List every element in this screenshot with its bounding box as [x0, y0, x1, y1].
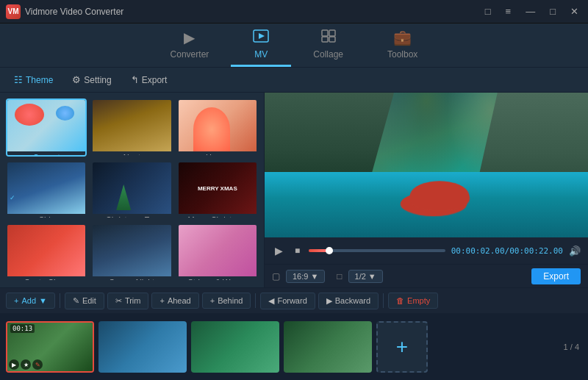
timeline: 00:13 ▶ ★ ✎ + 1 / 4 [0, 314, 588, 380]
clip-play-button[interactable]: ▶ [9, 359, 19, 370]
clip-4-thumbnail [284, 321, 372, 373]
clip-3-frame[interactable] [191, 321, 279, 373]
theme-current[interactable]: Current [6, 98, 87, 157]
menu-icon[interactable]: ≡ [502, 4, 515, 18]
clip-star-button[interactable]: ★ [21, 359, 31, 370]
edit-icon: ✎ [73, 296, 79, 306]
backward-icon: ▶ [326, 296, 332, 306]
theme-current-label: Current [7, 151, 85, 157]
theme-snowy-label: Snowy Night [93, 276, 171, 282]
ahead-icon: + [159, 296, 164, 305]
play-button[interactable]: ▶ [272, 243, 286, 258]
trim-icon: ✂ [115, 296, 122, 306]
export-button[interactable]: Export [531, 268, 581, 284]
maximize-button[interactable]: □ [546, 4, 559, 18]
gear-icon: ⚙ [72, 74, 81, 85]
theme-happy-label: Happy [179, 151, 257, 157]
ahead-button[interactable]: + Ahead [151, 293, 198, 309]
clip-settings-button[interactable]: ✎ [32, 359, 43, 370]
tab-toolbox[interactable]: 💼 Toolbox [365, 24, 440, 67]
page-dropdown-icon: ▼ [368, 272, 376, 281]
forward-label: Forward [277, 296, 306, 305]
tab-mv-label: MV [254, 49, 268, 60]
stop-button[interactable]: ■ [292, 244, 303, 257]
clip-3-thumbnail [191, 321, 279, 373]
theme-button[interactable]: ☷ Theme [6, 71, 61, 89]
page-button[interactable]: 1/2 ▼ [348, 270, 383, 283]
add-label: Add [21, 296, 36, 305]
theme-chic[interactable]: ✓ Chic [6, 161, 87, 219]
frame-icon: ▢ [272, 271, 280, 282]
themes-panel: Current Neat Happy ✓ Chic Christmas Eve … [0, 93, 265, 287]
theme-happy[interactable]: Happy [177, 98, 258, 157]
minimize-button[interactable]: — [522, 4, 539, 18]
close-button[interactable]: ✕ [567, 4, 582, 18]
add-clip-button[interactable]: + [376, 321, 428, 373]
theme-label: Theme [26, 75, 53, 85]
toolbar: ☷ Theme ⚙ Setting ↰ Export [0, 68, 588, 93]
separator-1 [60, 293, 60, 308]
empty-button[interactable]: 🗑 Empty [388, 293, 438, 309]
theme-christmas-eve[interactable]: Christmas Eve [91, 161, 172, 219]
clip-1-time: 00:13 [10, 324, 35, 333]
page-label: 1/2 [355, 272, 366, 281]
theme-snowy-night[interactable]: Snowy Night [91, 223, 172, 282]
backward-label: Backward [335, 296, 370, 305]
clip-1-frame[interactable]: 00:13 ▶ ★ ✎ [6, 321, 94, 373]
clip-2-thumbnail [98, 321, 187, 373]
monitor-icon: □ [337, 271, 342, 282]
tab-collage[interactable]: Collage [291, 24, 365, 67]
video-controls: ▶ ■ 00:00:02.00/00:00:22.00 🔊 [265, 237, 588, 264]
theme-neat-label: Neat [93, 151, 171, 157]
behind-button[interactable]: + Behind [202, 293, 251, 309]
progress-bar[interactable] [309, 249, 445, 252]
behind-label: Behind [218, 296, 243, 305]
trash-icon: 🗑 [396, 296, 404, 305]
svg-rect-1 [322, 30, 328, 36]
theme-santa-claus[interactable]: Santa Claus [6, 223, 87, 282]
water-decoration [265, 172, 588, 237]
tab-toolbox-label: Toolbox [387, 49, 417, 60]
clip-4-frame[interactable] [284, 321, 372, 373]
trim-label: Trim [125, 296, 141, 305]
svg-rect-3 [322, 37, 328, 42]
add-dropdown-icon: ▼ [39, 296, 47, 305]
forward-button[interactable]: ◀ Forward [260, 293, 315, 309]
forward-icon: ◀ [268, 296, 274, 306]
titlebar: VM Vidmore Video Converter □ ≡ — □ ✕ [0, 0, 588, 24]
svg-rect-2 [329, 30, 335, 36]
bottom-toolbar: + Add ▼ ✎ Edit ✂ Trim + Ahead + Behind ◀… [0, 287, 588, 314]
time-display: 00:00:02.00/00:00:22.00 [451, 246, 563, 256]
theme-chic-label: Chic [7, 214, 85, 219]
chat-icon[interactable]: □ [481, 4, 495, 18]
export-toolbar-button[interactable]: ↰ Export [123, 71, 176, 89]
trim-button[interactable]: ✂ Trim [107, 293, 149, 309]
tab-mv[interactable]: MV [231, 24, 291, 67]
edit-label: Edit [82, 296, 96, 305]
add-button[interactable]: + Add ▼ [6, 293, 55, 309]
empty-label: Empty [407, 296, 430, 305]
theme-stripes-waves[interactable]: Stripes & Waves [177, 223, 258, 282]
theme-merry-christmas[interactable]: Merry Christmas [177, 161, 258, 219]
theme-neat[interactable]: Neat [91, 98, 172, 157]
export-toolbar-label: Export [142, 75, 168, 85]
plus-icon: + [14, 296, 18, 305]
setting-label: Setting [84, 75, 111, 85]
backward-button[interactable]: ▶ Backward [318, 293, 379, 309]
setting-button[interactable]: ⚙ Setting [64, 71, 119, 89]
ratio-label: 16:9 [293, 272, 308, 281]
aspect-ratio-button[interactable]: 16:9 ▼ [286, 270, 325, 283]
ratio-dropdown-icon: ▼ [310, 272, 318, 281]
volume-icon[interactable]: 🔊 [569, 245, 581, 257]
theme-santa-label: Santa Claus [7, 276, 85, 282]
edit-button[interactable]: ✎ Edit [65, 293, 104, 309]
separator-3 [383, 293, 384, 308]
collage-icon [321, 29, 336, 46]
video-preview [265, 93, 588, 237]
svg-rect-4 [329, 37, 335, 42]
preview-panel: ▶ ■ 00:00:02.00/00:00:22.00 🔊 ▢ 16:9 ▼ □… [265, 93, 588, 287]
add-clip-icon: + [396, 335, 408, 359]
tab-converter[interactable]: ▶ Converter [148, 24, 232, 67]
clip-2-frame[interactable] [98, 321, 187, 373]
theme-grid-icon: ☷ [14, 74, 23, 85]
